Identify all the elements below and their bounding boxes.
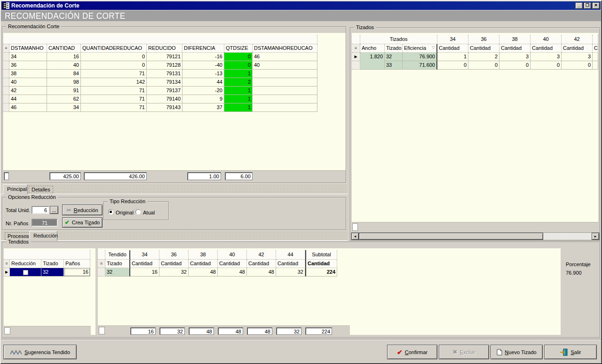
grid-cell[interactable]: 34 (47, 103, 81, 112)
grid-cell[interactable]: 40 (253, 61, 317, 70)
reduccion-button[interactable]: ✂ Reducción (62, 205, 103, 215)
table-row[interactable]: 34 16 0 79121 -16 0 46 (3, 53, 346, 61)
column-header-cantidad[interactable]: Cantidad (276, 260, 305, 268)
grid-cell[interactable]: 142 (81, 78, 147, 87)
table-row[interactable]: 44 62 71 79140 9 1 (3, 95, 346, 103)
scrollbar-thumb[interactable] (359, 233, 543, 240)
tab-reduccion[interactable]: Reducción (29, 231, 57, 241)
footer-total-qtdsize[interactable]: 6.00 (225, 172, 253, 180)
column-header-cantidad[interactable]: Cantidad (531, 44, 562, 53)
grid-cell-qtdsize[interactable]: 1 (224, 103, 253, 112)
grid-cell-reduccion[interactable] (10, 268, 41, 277)
radio-atual-label[interactable]: Atual (143, 210, 155, 215)
grid-cell-qtdsize[interactable]: 0 (224, 61, 253, 70)
grid-cell-qtdsize[interactable]: 0 (224, 53, 253, 61)
grid-cell[interactable]: 3 (499, 53, 531, 61)
footer-total-quantidadereducao[interactable]: 426.00 (84, 172, 147, 180)
window-titlebar[interactable]: Recomendación de Corte _ ❐ ✕ (1, 1, 601, 10)
grid-cell-ancho[interactable]: 1.820 (360, 53, 385, 61)
sugerencia-tendido-button[interactable]: Sugerencia Tendido (3, 345, 77, 359)
grid-cell[interactable]: 71 (81, 103, 147, 112)
grid-cell[interactable]: 0 (531, 61, 562, 70)
grid-cell-tizado[interactable]: 33 (385, 61, 403, 70)
grid-cell-qtdsize[interactable]: 2 (224, 78, 253, 87)
radio-atual[interactable] (135, 209, 141, 214)
grid-cell[interactable]: 44 (9, 95, 47, 103)
grid-cell[interactable]: 37 (182, 103, 224, 112)
grid-cell[interactable]: 84 (47, 70, 81, 78)
table-row-selected[interactable]: ▶ 32 16 (4, 268, 95, 277)
column-header-ancho[interactable]: Ancho (360, 44, 385, 53)
grid-cell-qtdsize[interactable]: 1 (224, 87, 253, 95)
column-header-reducido[interactable]: REDUCIDO (147, 44, 182, 53)
grid-cell[interactable]: -40 (182, 61, 224, 70)
confirmar-button[interactable]: ✔ Confirmar (387, 345, 437, 359)
footer-total-diferencia[interactable]: 1.00 (187, 172, 221, 180)
grid-cell[interactable] (253, 87, 317, 95)
grid-cell[interactable]: 16 (47, 53, 81, 61)
grid-cell[interactable]: 36 (9, 61, 47, 70)
column-header-cantidad[interactable]: CANTIDAD (47, 44, 81, 53)
grid-menu-icon[interactable]: ≡ (3, 44, 9, 53)
footer-total[interactable]: 48 (189, 327, 214, 335)
grid-cell-subtotal[interactable]: 224 (305, 268, 337, 277)
column-header-cantidad[interactable]: Cantidad (159, 260, 189, 268)
grid-cell[interactable]: 34 (9, 53, 47, 61)
grid-cell[interactable]: 3 (562, 53, 593, 61)
table-row[interactable]: 40 98 142 79134 44 2 (3, 78, 346, 87)
column-header-partial[interactable]: Ca (593, 44, 598, 53)
grid-cell[interactable]: 16 (130, 268, 159, 277)
grid-cell[interactable]: 79140 (147, 95, 182, 103)
table-row[interactable]: 36 40 0 79128 -40 0 40 (3, 61, 346, 70)
grid-cell-tizado[interactable]: 32 (385, 53, 403, 61)
grid-cell[interactable]: 79143 (147, 103, 182, 112)
scroll-right-button[interactable]: ► (592, 233, 599, 240)
grid-cell[interactable]: 62 (47, 95, 81, 103)
column-header-tizado[interactable]: Tizado (41, 260, 64, 268)
tab-detalles[interactable]: Detalles (29, 186, 53, 193)
column-header-cantidad[interactable]: Cantidad (189, 260, 218, 268)
footer-total[interactable]: 48 (218, 327, 243, 335)
column-header-panos[interactable]: Paños (64, 260, 90, 268)
grid-cell[interactable]: 3 (531, 53, 562, 61)
grid-cell[interactable]: 71 (81, 70, 147, 78)
grid-cell[interactable]: -13 (182, 70, 224, 78)
grid-cell-eficiencia[interactable]: 71.600 (403, 61, 437, 70)
grid-cell[interactable]: 9 (182, 95, 224, 103)
column-header-reduccion[interactable]: Reducción (10, 260, 41, 268)
grid-cell[interactable]: 42 (9, 87, 47, 95)
grid-cell[interactable] (253, 95, 317, 103)
column-header-subtotal-cantidad[interactable]: Cantidad (305, 260, 337, 268)
grid-menu-icon[interactable]: ≡ (98, 260, 105, 268)
grid-cell[interactable]: 79128 (147, 61, 182, 70)
grid-cell-ancho[interactable] (360, 61, 385, 70)
grid-cell[interactable] (593, 53, 598, 61)
grid-cell[interactable]: 44 (182, 78, 224, 87)
column-header-cantidad[interactable]: Cantidad (437, 44, 468, 53)
column-header-tizado[interactable]: Tizado (105, 260, 130, 268)
restore-button[interactable]: ❐ (584, 2, 591, 9)
grid-cell[interactable]: 0 (81, 61, 147, 70)
minimize-button[interactable]: _ (575, 2, 583, 9)
column-header-tizado[interactable]: Tizado (385, 44, 403, 53)
grid-cell[interactable]: 46 (253, 53, 317, 61)
grid-cell[interactable] (253, 70, 317, 78)
radio-original-label[interactable]: Original (116, 210, 134, 215)
grid-menu-icon[interactable]: ≡ (4, 260, 10, 268)
nuevo-tizado-button[interactable]: Nuevo Tizado (491, 345, 543, 359)
grid-cell-eficiencia[interactable]: 76.900 (403, 53, 437, 61)
grid-cell[interactable]: 98 (47, 78, 81, 87)
grid-cell[interactable]: 0 (437, 61, 468, 70)
column-header-dstamanhoreducao[interactable]: DSTAMANHOREDUCAO (253, 44, 317, 53)
grid-cell[interactable]: 0 (468, 61, 499, 70)
table-row[interactable]: 33 71.600 0 0 0 0 0 (352, 61, 598, 70)
footer-total[interactable]: 16 (130, 327, 156, 335)
grid-cell[interactable]: 2 (468, 53, 499, 61)
grid-cell-tizado[interactable]: 32 (41, 268, 64, 277)
column-header-eficiencia[interactable]: ▽Eficiencia (403, 44, 437, 53)
table-row[interactable]: 46 34 71 79143 37 1 (3, 103, 346, 112)
grid-cell[interactable]: 79131 (147, 70, 182, 78)
column-header-cantidad[interactable]: Cantidad (218, 260, 247, 268)
grid-menu-icon[interactable]: ≡ (352, 44, 360, 53)
grid-cell[interactable]: 71 (81, 87, 147, 95)
